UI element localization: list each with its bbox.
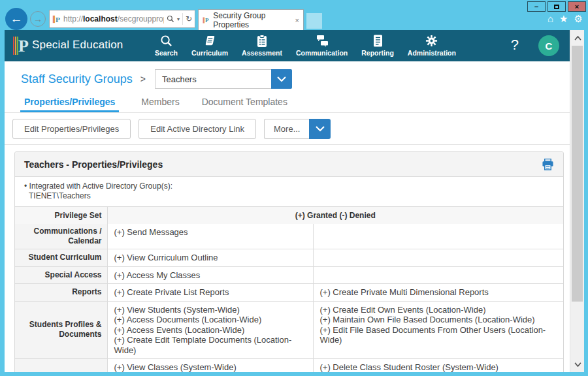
minimize-button[interactable]: – — [527, 1, 546, 12]
breadcrumb-link-staff-security-groups[interactable]: Staff Security Groups — [21, 72, 133, 86]
browser-forward-button[interactable]: → — [30, 11, 46, 27]
section-tabs: Properties/Privileges Members Document T… — [5, 97, 570, 113]
privilege-item: (+) Create Private Multi Dimensional Rep… — [320, 287, 557, 298]
scrollbar-thumb[interactable] — [572, 46, 583, 302]
table-header-row: Privilege Set (+) Granted (-) Denied — [15, 207, 563, 224]
divider — [182, 13, 183, 25]
scroll-down-button[interactable] — [570, 358, 584, 371]
nav-label: Search — [155, 49, 178, 57]
search-icon[interactable] — [167, 15, 174, 23]
group-select-dropdown-button[interactable] — [271, 69, 292, 89]
url-text: http://localhost/secgroupprops.aspx — [63, 14, 164, 24]
home-icon[interactable]: ⌂ — [547, 13, 553, 25]
breadcrumb-separator: > — [140, 74, 146, 84]
forward-arrow-icon: → — [33, 14, 42, 24]
chevron-down-icon — [574, 362, 581, 367]
browser-back-button[interactable]: ← — [5, 8, 27, 30]
app-logo: P — [13, 36, 29, 55]
help-button[interactable]: ? — [511, 37, 519, 54]
address-dropdown-icon[interactable]: ▾ — [177, 16, 180, 22]
privilege-item: (+) Access My Classes — [114, 270, 306, 281]
privilege-item: (+) View Curriculum Outline — [114, 253, 306, 263]
privilege-set-label: Student Curriculum — [15, 249, 107, 267]
document-icon — [373, 34, 383, 48]
privilege-item: (+) Create Private List Reports — [114, 287, 306, 298]
group-select[interactable]: Teachers — [155, 69, 292, 89]
privileges-table: Privilege Set (+) Granted (-) Denied Com… — [15, 207, 563, 372]
nav-item-administration[interactable]: Administration — [408, 30, 456, 57]
refresh-icon[interactable]: ↻ — [186, 14, 192, 24]
app-title: Special Education — [32, 39, 123, 52]
table-row: Classes Profiles(+) View Classes (System… — [15, 359, 563, 373]
clipboard-icon — [257, 34, 267, 48]
privilege-item: (+) Edit File Based Documents From Other… — [320, 325, 557, 345]
privilege-item: (+) Delete Class Student Roster (System-… — [320, 362, 557, 372]
privilege-cell — [313, 266, 563, 284]
more-menu[interactable]: More... — [264, 119, 331, 139]
nav-item-curriculum[interactable]: Curriculum — [191, 30, 228, 57]
tab-properties-privileges[interactable]: Properties/Privileges — [20, 97, 119, 112]
tab-members[interactable]: Members — [141, 97, 179, 112]
privilege-item: (+) Send Messages — [114, 227, 306, 238]
nav-label: Administration — [408, 49, 456, 57]
privilege-item: (+) Create Edit Template Documents (Loca… — [114, 335, 306, 355]
close-icon: × — [575, 3, 579, 10]
privilege-cell: (+) Send Messages — [107, 224, 313, 249]
window-controls: – × — [527, 1, 586, 12]
back-arrow-icon: ← — [10, 12, 23, 26]
privilege-cell: (+) Create Private Multi Dimensional Rep… — [313, 284, 563, 302]
tab-document-templates[interactable]: Document Templates — [202, 97, 287, 112]
more-dropdown-button[interactable] — [309, 119, 331, 139]
nav-label: Reporting — [361, 49, 394, 57]
table-row: Communications / Calendar(+) Send Messag… — [15, 224, 563, 249]
edit-properties-privileges-button[interactable]: Edit Properties/Privileges — [12, 119, 131, 139]
scroll-up-button[interactable] — [570, 31, 584, 44]
chevron-down-icon — [277, 76, 286, 82]
browser-settings-gear-icon[interactable]: ⚙ — [574, 13, 583, 25]
search-icon — [160, 34, 172, 48]
table-row: Students Profiles & Documents(+) View St… — [15, 301, 563, 359]
privilege-item: (+) View Classes (System-Wide) — [114, 362, 306, 372]
maximize-button[interactable] — [547, 1, 566, 12]
print-button[interactable] — [542, 159, 554, 170]
browser-chrome: ← → P http://localhost/secgroupprops.asp… — [5, 8, 584, 30]
privileges-table-body: Communications / Calendar(+) Send Messag… — [15, 224, 563, 372]
user-avatar[interactable]: C — [538, 35, 559, 56]
nav-item-communication[interactable]: Communication — [296, 30, 348, 57]
ad-integration-note: • Integrated with Active Directory Group… — [15, 177, 563, 207]
more-button[interactable]: More... — [264, 119, 309, 139]
main-navigation: Search Curriculum Assessment — [155, 30, 456, 61]
group-select-value: Teachers — [155, 69, 271, 89]
privilege-set-header: Privilege Set — [15, 207, 107, 224]
privilege-item: (+) Maintain Own File Based Documents (L… — [320, 315, 557, 325]
favorites-star-icon[interactable]: ★ — [559, 13, 568, 25]
maximize-icon — [554, 5, 559, 9]
granted-denied-header: (+) Granted (-) Denied — [107, 207, 563, 224]
privilege-set-label: Students Profiles & Documents — [15, 301, 107, 359]
site-favicon: P — [52, 15, 61, 24]
chevron-up-icon — [574, 36, 581, 40]
svg-text:P: P — [56, 15, 60, 23]
privilege-set-label: Reports — [15, 284, 107, 302]
privilege-cell — [313, 249, 563, 267]
gear-icon — [425, 34, 438, 48]
edit-active-directory-link-button[interactable]: Edit Active Directory Link — [139, 119, 256, 139]
close-button[interactable]: × — [568, 1, 586, 12]
nav-item-reporting[interactable]: Reporting — [361, 30, 394, 57]
svg-text:P: P — [18, 37, 29, 55]
privilege-cell: (+) Delete Class Student Roster (System-… — [313, 359, 563, 373]
svg-text:P: P — [205, 17, 209, 24]
panel-header: Teachers - Properties/Privileges — [15, 152, 563, 177]
tab-favicon: P — [203, 16, 209, 24]
nav-item-assessment[interactable]: Assessment — [242, 30, 282, 57]
nav-item-search[interactable]: Search — [155, 30, 178, 57]
minimize-icon: – — [534, 3, 538, 10]
privilege-cell: (+) Create Private List Reports — [107, 284, 313, 302]
tab-close-icon[interactable]: × — [295, 16, 299, 24]
address-bar[interactable]: P http://localhost/secgroupprops.aspx ▾ … — [49, 10, 195, 28]
new-tab-button[interactable] — [306, 13, 322, 29]
browser-tab[interactable]: P Security Group Properties × — [198, 9, 304, 30]
tab-title: Security Group Properties — [213, 11, 291, 29]
privilege-cell — [313, 224, 563, 249]
vertical-scrollbar[interactable] — [570, 30, 584, 372]
